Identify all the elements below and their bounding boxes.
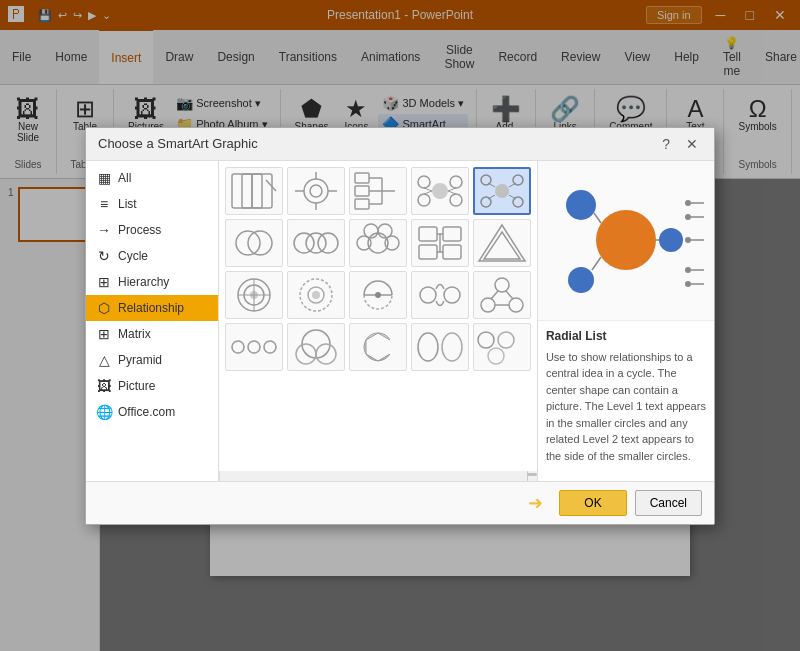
svg-point-67 <box>495 278 509 292</box>
cat-process-icon: → <box>96 222 112 238</box>
preview-info: Radial List Use to show relationships to… <box>538 321 714 481</box>
svg-line-25 <box>424 191 432 194</box>
svg-point-85 <box>498 332 514 348</box>
cat-relationship[interactable]: ⬡ Relationship <box>86 295 218 321</box>
svg-point-27 <box>495 184 509 198</box>
cat-pyramid-icon: △ <box>96 352 112 368</box>
cat-list-label: List <box>118 197 137 211</box>
smartart-item-7[interactable] <box>287 219 345 267</box>
smartart-item-3[interactable] <box>349 167 407 215</box>
cat-hierarchy-label: Hierarchy <box>118 275 169 289</box>
smartart-item-9[interactable] <box>411 219 469 267</box>
svg-point-86 <box>488 348 504 364</box>
smartart-item-4[interactable] <box>411 167 469 215</box>
smartart-item-12[interactable] <box>287 271 345 319</box>
svg-line-34 <box>488 195 495 199</box>
smartart-item-18[interactable] <box>349 323 407 371</box>
dialog-title: Choose a SmartArt Graphic <box>98 136 258 151</box>
cat-hierarchy[interactable]: ⊞ Hierarchy <box>86 269 218 295</box>
smartart-item-20[interactable] <box>473 323 531 371</box>
smartart-item-8[interactable] <box>349 219 407 267</box>
cat-matrix-icon: ⊞ <box>96 326 112 342</box>
smartart-item-13[interactable] <box>349 271 407 319</box>
cat-matrix[interactable]: ⊞ Matrix <box>86 321 218 347</box>
smartart-item-19[interactable] <box>411 323 469 371</box>
svg-point-18 <box>432 183 448 199</box>
svg-point-64 <box>375 292 381 298</box>
cat-pyramid[interactable]: △ Pyramid <box>86 347 218 373</box>
preview-graphic <box>538 161 714 321</box>
svg-rect-48 <box>443 227 461 241</box>
dialog-help-button[interactable]: ? <box>658 136 674 152</box>
svg-point-21 <box>418 194 430 206</box>
smartart-dialog: Choose a SmartArt Graphic ? ✕ ▦ All ≡ Li… <box>85 127 715 525</box>
ok-button[interactable]: OK <box>559 490 626 516</box>
svg-point-62 <box>312 291 320 299</box>
preview-svg <box>546 165 706 315</box>
svg-point-89 <box>659 228 683 252</box>
svg-point-4 <box>304 179 328 203</box>
svg-point-87 <box>596 210 656 270</box>
cat-all[interactable]: ▦ All <box>86 165 218 191</box>
smartart-item-15[interactable] <box>473 271 531 319</box>
dialog-body: ▦ All ≡ List → Process ↻ Cycle ⊞ Hiera <box>86 161 714 481</box>
preview-description: Use to show relationships to a central i… <box>546 349 706 465</box>
svg-point-90 <box>568 267 594 293</box>
cat-relationship-label: Relationship <box>118 301 184 315</box>
smartart-item-5[interactable] <box>473 167 531 215</box>
cat-all-label: All <box>118 171 131 185</box>
preview-title: Radial List <box>546 329 706 343</box>
svg-point-102 <box>685 281 691 287</box>
category-panel: ▦ All ≡ List → Process ↻ Cycle ⊞ Hiera <box>86 161 219 481</box>
svg-point-82 <box>418 333 438 361</box>
smartart-item-10[interactable] <box>473 219 531 267</box>
preview-panel: Radial List Use to show relationships to… <box>537 161 714 481</box>
svg-line-35 <box>509 195 516 199</box>
svg-point-65 <box>420 287 436 303</box>
svg-point-98 <box>685 237 691 243</box>
svg-point-40 <box>318 233 338 253</box>
cat-office[interactable]: 🌐 Office.com <box>86 399 218 425</box>
cat-relationship-icon: ⬡ <box>96 300 112 316</box>
cat-picture[interactable]: 🖼 Picture <box>86 373 218 399</box>
smartart-item-2[interactable] <box>287 167 345 215</box>
svg-point-96 <box>685 214 691 220</box>
smartart-item-6[interactable] <box>225 219 283 267</box>
dialog-close-button[interactable]: ✕ <box>682 136 702 152</box>
cat-list[interactable]: ≡ List <box>86 191 218 217</box>
svg-line-71 <box>506 291 513 299</box>
svg-line-26 <box>448 191 456 194</box>
svg-point-84 <box>478 332 494 348</box>
dialog-title-bar: Choose a SmartArt Graphic ? ✕ <box>86 128 714 161</box>
svg-point-66 <box>444 287 460 303</box>
svg-line-70 <box>491 291 498 299</box>
svg-rect-12 <box>355 199 369 209</box>
scroll-indicator[interactable] <box>219 471 537 481</box>
cat-list-icon: ≡ <box>96 196 112 212</box>
svg-line-33 <box>509 183 516 187</box>
svg-line-23 <box>424 188 432 191</box>
svg-point-100 <box>685 267 691 273</box>
svg-line-32 <box>488 183 495 187</box>
svg-rect-49 <box>443 245 461 259</box>
dialog-overlay[interactable]: Choose a SmartArt Graphic ? ✕ ▦ All ≡ Li… <box>0 0 800 651</box>
smartart-item-17[interactable] <box>287 323 345 371</box>
svg-point-20 <box>450 176 462 188</box>
cat-cycle[interactable]: ↻ Cycle <box>86 243 218 269</box>
cat-cycle-label: Cycle <box>118 249 148 263</box>
svg-point-19 <box>418 176 430 188</box>
smartart-item-11[interactable] <box>225 271 283 319</box>
svg-point-68 <box>481 298 495 312</box>
smartart-item-1[interactable] <box>225 167 283 215</box>
cat-process-label: Process <box>118 223 161 237</box>
cancel-button[interactable]: Cancel <box>635 490 702 516</box>
cat-office-icon: 🌐 <box>96 404 112 420</box>
cat-pyramid-label: Pyramid <box>118 353 162 367</box>
cat-matrix-label: Matrix <box>118 327 151 341</box>
smartart-grid <box>219 161 537 471</box>
cat-process[interactable]: → Process <box>86 217 218 243</box>
cat-office-label: Office.com <box>118 405 175 419</box>
svg-point-88 <box>566 190 596 220</box>
smartart-item-14[interactable] <box>411 271 469 319</box>
smartart-item-16[interactable] <box>225 323 283 371</box>
